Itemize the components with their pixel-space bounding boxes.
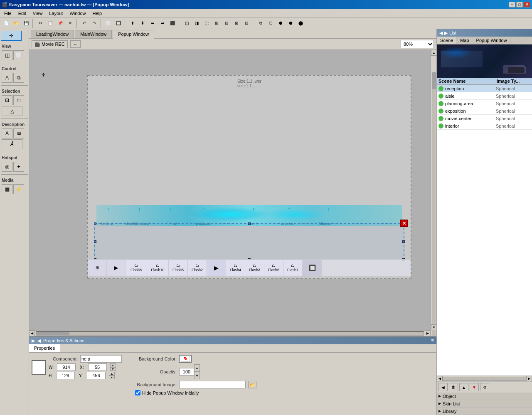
- menu-help[interactable]: Help: [89, 10, 106, 17]
- select-tool1[interactable]: ⊡: [2, 95, 12, 105]
- control-tool2[interactable]: ⧉: [13, 73, 24, 83]
- y-input[interactable]: [87, 372, 106, 379]
- bg-image-browse-btn[interactable]: 📂: [248, 381, 256, 388]
- play-icon[interactable]: ▶: [107, 260, 126, 276]
- opacity-down-btn[interactable]: ▼: [194, 372, 200, 379]
- component-value-input[interactable]: [80, 355, 122, 363]
- flash6-item[interactable]: 🗂Flash6: [264, 260, 283, 276]
- scroll-down-btn[interactable]: ▼: [431, 324, 436, 330]
- tb-open[interactable]: 📂: [12, 19, 21, 28]
- minimize-button[interactable]: –: [509, 2, 515, 7]
- tb-cut[interactable]: ✂: [36, 19, 45, 28]
- back-arrow-button[interactable]: ←: [70, 40, 81, 48]
- scene-row-reception[interactable]: reception Spherical: [437, 85, 532, 92]
- tb-btn13[interactable]: ⊠: [232, 19, 241, 28]
- flash10-item[interactable]: 🗂Flash10: [147, 260, 169, 276]
- h-scroll-left[interactable]: ◀: [29, 331, 35, 336]
- horizontal-scrollbar[interactable]: ◀ ▶: [29, 330, 431, 336]
- right-scrollbar[interactable]: ◀ ▶: [437, 375, 532, 381]
- width-input[interactable]: [57, 363, 76, 371]
- r-settings-btn[interactable]: ⚙: [480, 383, 489, 391]
- vertical-scrollbar[interactable]: ▲ ▼: [431, 50, 436, 330]
- opacity-input[interactable]: [179, 368, 194, 375]
- tb-btn11[interactable]: ⊞: [212, 19, 221, 28]
- view-tool1[interactable]: ◫: [2, 50, 12, 60]
- media-tool1[interactable]: ▦: [2, 184, 12, 194]
- menu-window[interactable]: Window: [66, 10, 89, 17]
- r-up-btn[interactable]: ▲: [459, 383, 468, 391]
- media-tool2[interactable]: ⚡: [13, 184, 24, 194]
- object-section-header[interactable]: ▶ Object: [437, 393, 532, 400]
- close-selection-btn[interactable]: ✕: [400, 220, 408, 227]
- scroll-up-btn[interactable]: ▲: [431, 50, 436, 56]
- tb-btn18[interactable]: ⬣: [286, 19, 295, 28]
- desc-text[interactable]: A: [2, 128, 12, 138]
- r-down-btn[interactable]: ▼: [470, 383, 479, 391]
- tb-btn9[interactable]: ◨: [192, 19, 201, 28]
- h-scroll-right[interactable]: ▶: [425, 331, 431, 336]
- tb-btn7[interactable]: ⬛: [168, 19, 177, 28]
- hotspot-tool2[interactable]: ✦: [13, 162, 24, 172]
- menu-view[interactable]: View: [30, 10, 46, 17]
- r-scroll-left-btn[interactable]: ◀: [438, 383, 448, 391]
- control-tool1[interactable]: A: [2, 73, 12, 83]
- tb-copy[interactable]: 📋: [46, 19, 55, 28]
- tb-btn15[interactable]: ⧉: [256, 19, 265, 28]
- tb-btn6[interactable]: ➡: [158, 19, 167, 28]
- hide-popup-checkbox[interactable]: [135, 390, 140, 395]
- right-tab-popup[interactable]: Popup Window: [473, 37, 511, 44]
- flash2-item[interactable]: 🗂Flash2: [188, 260, 207, 276]
- x-input[interactable]: [88, 363, 107, 371]
- select-tool2[interactable]: ◻: [13, 95, 24, 105]
- pointer-tool[interactable]: ✛: [1, 31, 22, 41]
- tb-btn19[interactable]: ⬤: [296, 19, 305, 28]
- properties-settings-icon[interactable]: ≡: [431, 338, 434, 343]
- tb-btn8[interactable]: ◫: [182, 19, 191, 28]
- tb-btn5[interactable]: ⬅: [148, 19, 157, 28]
- close-button[interactable]: ✕: [524, 2, 530, 7]
- properties-tab[interactable]: Properties: [29, 344, 60, 352]
- flash3-item[interactable]: 🗂Flash3: [245, 260, 264, 276]
- tab-loading-window[interactable]: LoadingWindow: [31, 30, 74, 38]
- menu-layout[interactable]: Layout: [46, 10, 66, 17]
- tb-paste[interactable]: 📌: [56, 19, 65, 28]
- w-down-btn[interactable]: ▼: [110, 367, 116, 371]
- nav-icon[interactable]: ⊞: [88, 260, 107, 276]
- scene-row-aisle[interactable]: aisle Spherical: [437, 92, 532, 100]
- tb-btn17[interactable]: ⬢: [276, 19, 285, 28]
- handle-mr[interactable]: [402, 240, 405, 243]
- height-input[interactable]: [56, 372, 75, 379]
- h-down-btn[interactable]: ▼: [109, 375, 115, 379]
- flash8-item[interactable]: 🗂Flash8: [126, 260, 147, 276]
- scene-row-interior[interactable]: interior Spherical: [437, 122, 532, 130]
- menu-file[interactable]: File: [1, 10, 15, 17]
- tb-btn3[interactable]: ⬆: [128, 19, 137, 28]
- r-scroll-right[interactable]: ▶: [526, 376, 532, 382]
- tb-save[interactable]: 💾: [22, 19, 31, 28]
- bottom-strip-selection[interactable]: ✕: [94, 223, 404, 260]
- tb-btn12[interactable]: ⊟: [222, 19, 231, 28]
- desc-img[interactable]: 🖼: [13, 128, 24, 138]
- r-delete-btn[interactable]: 🗑: [449, 383, 458, 391]
- right-nav-icon[interactable]: 🔲: [303, 260, 322, 276]
- scene-row-moviecenter[interactable]: movie-center Spherical: [437, 115, 532, 122]
- right-tab-map[interactable]: Map: [457, 37, 473, 44]
- r-scroll-left[interactable]: ◀: [437, 376, 443, 382]
- handle-tm[interactable]: [248, 222, 251, 225]
- tab-popup-window[interactable]: Popup Window: [113, 30, 154, 39]
- handle-ml[interactable]: [94, 240, 96, 243]
- maximize-button[interactable]: □: [516, 2, 523, 7]
- flash7-item[interactable]: 🗂Flash7: [283, 260, 303, 276]
- scene-row-planning[interactable]: planning-area Spherical: [437, 100, 532, 107]
- view-tool2[interactable]: ⬜: [13, 50, 24, 60]
- flash5-item[interactable]: 🗂Flash5: [169, 260, 188, 276]
- skin-list-section-header[interactable]: ▶ Skin List: [437, 400, 532, 408]
- tb-delete[interactable]: ✕: [66, 19, 75, 28]
- tb-btn10[interactable]: ⬚: [202, 19, 211, 28]
- bg-color-swatch[interactable]: ✎: [179, 355, 192, 363]
- w-up-btn[interactable]: ▲: [110, 363, 116, 367]
- bg-image-input[interactable]: [179, 381, 246, 388]
- tab-main-window[interactable]: MainWindow: [75, 30, 112, 38]
- right-tab-scene[interactable]: Scene: [437, 37, 457, 44]
- tb-btn4[interactable]: ⬇: [138, 19, 147, 28]
